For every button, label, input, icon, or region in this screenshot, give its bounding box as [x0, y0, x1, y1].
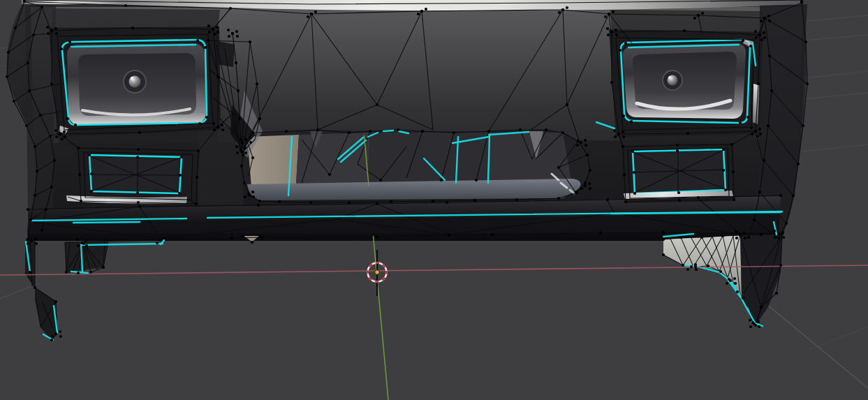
mesh-vertex[interactable]: [758, 325, 760, 328]
mesh-vertex[interactable]: [758, 128, 761, 131]
mesh-vertex[interactable]: [732, 170, 735, 173]
mesh-vertex[interactable]: [196, 176, 198, 179]
mesh-vertex[interactable]: [7, 51, 10, 54]
mesh-vertex[interactable]: [236, 35, 239, 38]
mesh-vertex[interactable]: [198, 122, 201, 125]
mesh-vertex[interactable]: [207, 39, 209, 42]
mesh-vertex[interactable]: [446, 201, 448, 204]
mesh-vertex[interactable]: [138, 131, 141, 134]
mesh-vertex[interactable]: [228, 35, 230, 38]
mesh-vertex[interactable]: [558, 11, 561, 14]
mesh-vertex[interactable]: [785, 222, 788, 225]
mesh-vertex[interactable]: [417, 13, 420, 15]
mesh-vertex[interactable]: [216, 75, 219, 78]
mesh-vertex[interactable]: [763, 159, 765, 162]
mesh-vertex[interactable]: [80, 242, 83, 244]
mesh-vertex[interactable]: [212, 122, 215, 125]
mesh-vertex[interactable]: [760, 306, 763, 309]
mesh-vertex[interactable]: [138, 205, 141, 208]
mesh-vertex[interactable]: [610, 31, 613, 34]
mesh-vertex[interactable]: [614, 135, 617, 138]
mesh-vertex[interactable]: [719, 270, 722, 273]
mesh-vertex[interactable]: [34, 194, 36, 197]
mesh-vertex[interactable]: [610, 81, 613, 84]
mesh-vertex[interactable]: [763, 36, 766, 39]
mesh-vertex[interactable]: [475, 179, 478, 182]
mesh-vertex[interactable]: [425, 8, 427, 10]
selected-edge[interactable]: [383, 131, 393, 131]
mesh-vertex[interactable]: [767, 15, 770, 17]
mesh-vertex[interactable]: [54, 27, 57, 30]
mesh-vertex[interactable]: [792, 194, 795, 197]
mesh-vertex[interactable]: [763, 31, 765, 34]
mesh-vertex[interactable]: [84, 239, 87, 242]
mesh-vertex[interactable]: [46, 26, 49, 29]
mesh-vertex[interactable]: [205, 116, 208, 119]
mesh-vertex[interactable]: [36, 170, 38, 172]
mesh-vertex[interactable]: [722, 169, 725, 172]
mesh-vertex[interactable]: [241, 141, 244, 144]
mesh-vertex[interactable]: [41, 6, 43, 8]
mesh-vertex[interactable]: [575, 191, 578, 194]
mesh-vertex[interactable]: [747, 236, 750, 239]
mesh-vertex[interactable]: [722, 148, 725, 151]
mesh-vertex[interactable]: [633, 192, 636, 195]
mesh-vertex[interactable]: [156, 242, 159, 244]
mesh-vertex[interactable]: [589, 169, 591, 172]
mesh-vertex[interactable]: [53, 159, 56, 162]
mesh-vertex[interactable]: [806, 82, 809, 85]
mesh-vertex[interactable]: [51, 335, 54, 338]
mesh-vertex[interactable]: [251, 241, 253, 244]
mesh-vertex[interactable]: [50, 339, 53, 341]
mesh-vertex[interactable]: [285, 130, 288, 133]
mesh-vertex[interactable]: [615, 29, 617, 31]
mesh-vertex[interactable]: [617, 133, 620, 135]
mesh-vertex[interactable]: [136, 191, 139, 194]
mesh-vertex[interactable]: [683, 29, 686, 32]
mesh-vertex[interactable]: [66, 117, 69, 120]
mesh-vertex[interactable]: [238, 117, 241, 120]
mesh-vertex[interactable]: [74, 124, 77, 126]
mesh-vertex[interactable]: [35, 242, 38, 245]
mesh-vertex[interactable]: [59, 335, 62, 338]
mesh-vertex[interactable]: [242, 154, 244, 156]
mesh-vertex[interactable]: [13, 100, 15, 103]
mesh-vertex[interactable]: [256, 82, 258, 85]
mesh-vertex[interactable]: [802, 124, 804, 127]
mesh-vertex[interactable]: [249, 141, 252, 144]
mesh-vertex[interactable]: [566, 6, 568, 9]
mesh-vertex[interactable]: [781, 231, 784, 234]
mesh-vertex[interactable]: [64, 135, 66, 138]
mesh-vertex[interactable]: [606, 27, 609, 30]
mesh-vertex[interactable]: [207, 24, 210, 27]
mesh-vertex[interactable]: [742, 39, 744, 42]
mesh-vertex[interactable]: [197, 149, 200, 152]
mesh-vertex[interactable]: [55, 135, 58, 138]
mesh-vertex[interactable]: [247, 193, 250, 195]
mesh-vertex[interactable]: [88, 154, 91, 156]
mesh-vertex[interactable]: [216, 126, 219, 128]
mesh-vertex[interactable]: [759, 133, 762, 135]
mesh-vertex[interactable]: [633, 171, 635, 174]
mesh-vertex[interactable]: [800, 0, 803, 3]
mesh-vertex[interactable]: [221, 124, 223, 126]
mesh-vertex[interactable]: [68, 40, 71, 43]
mesh-vertex[interactable]: [753, 218, 756, 221]
mesh-vertex[interactable]: [124, 4, 127, 7]
mesh-vertex[interactable]: [775, 292, 778, 295]
mesh-vertex[interactable]: [90, 190, 93, 193]
mesh-vertex[interactable]: [749, 319, 751, 322]
mesh-vertex[interactable]: [624, 200, 627, 203]
mesh-vertex[interactable]: [763, 17, 766, 20]
mesh-vertex[interactable]: [397, 128, 399, 131]
mesh-vertex[interactable]: [204, 46, 207, 49]
mesh-vertex[interactable]: [45, 208, 47, 211]
mesh-vertex[interactable]: [240, 149, 242, 151]
mesh-vertex[interactable]: [257, 204, 260, 207]
mesh-vertex[interactable]: [679, 236, 682, 239]
mesh-vertex[interactable]: [421, 130, 424, 133]
mesh-vertex[interactable]: [39, 114, 42, 117]
mesh-vertex[interactable]: [760, 233, 763, 236]
mesh-vertex[interactable]: [179, 174, 182, 177]
mesh-vertex[interactable]: [244, 195, 247, 198]
